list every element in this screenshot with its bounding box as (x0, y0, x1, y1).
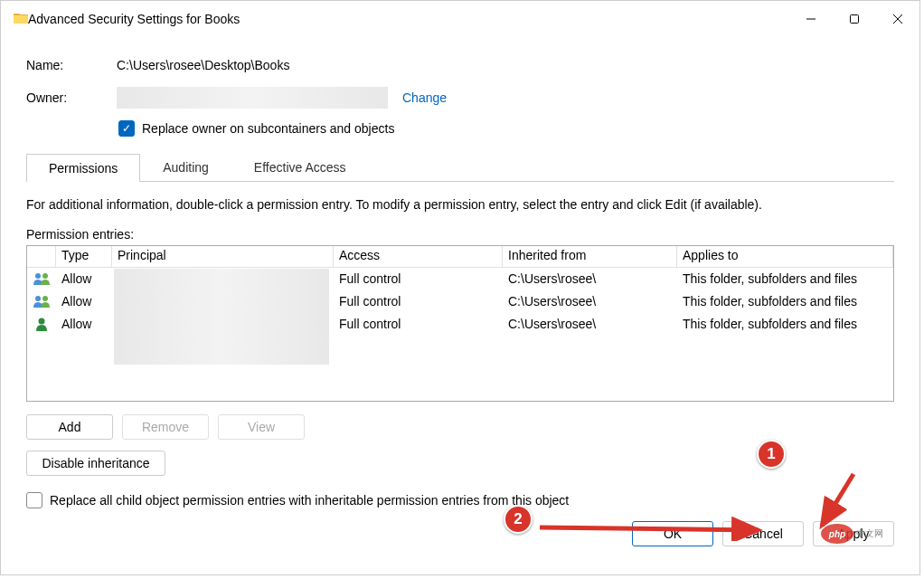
titlebar: Advanced Security Settings for Books (1, 1, 919, 37)
tab-effective-access[interactable]: Effective Access (231, 153, 369, 181)
svg-point-6 (35, 296, 41, 301)
replace-all-label: Replace all child object permission entr… (50, 493, 569, 508)
annotation-arrow-2 (533, 514, 777, 541)
svg-point-8 (39, 318, 45, 325)
maximize-button[interactable] (833, 1, 876, 37)
window-title: Advanced Security Settings for Books (28, 12, 789, 26)
col-inherited[interactable]: Inherited from (503, 246, 677, 268)
svg-point-7 (42, 296, 48, 301)
change-owner-link[interactable]: Change (402, 90, 447, 105)
tab-auditing[interactable]: Auditing (140, 153, 231, 181)
owner-value (117, 87, 388, 109)
permissions-table: Type Principal Access Inherited from App… (26, 245, 894, 402)
svg-line-10 (540, 527, 759, 530)
owner-label: Owner: (26, 90, 117, 105)
col-type[interactable]: Type (56, 246, 112, 268)
minimize-button[interactable] (789, 1, 833, 37)
replace-owner-label: Replace owner on subcontainers and objec… (142, 121, 394, 136)
principal-blur (114, 269, 329, 365)
col-principal[interactable]: Principal (112, 246, 334, 268)
replace-all-checkbox[interactable]: ✓ (26, 492, 42, 508)
name-label: Name: (26, 58, 117, 72)
folder-icon (14, 12, 28, 27)
svg-point-5 (42, 273, 48, 279)
entries-label: Permission entries: (26, 227, 894, 242)
add-button[interactable]: Add (26, 414, 113, 440)
col-access[interactable]: Access (334, 246, 503, 268)
view-button[interactable]: View (218, 414, 305, 440)
name-value: C:\Users\rosee\Desktop\Books (117, 58, 289, 72)
close-button[interactable] (876, 1, 919, 37)
tab-permissions[interactable]: Permissions (26, 154, 140, 182)
disable-inheritance-button[interactable]: Disable inheritance (26, 451, 165, 476)
annotation-badge-1: 1 (757, 440, 786, 469)
remove-button[interactable]: Remove (122, 414, 209, 440)
annotation-badge-2: 2 (504, 505, 533, 534)
svg-rect-1 (851, 15, 859, 24)
annotation-arrow-1 (768, 467, 876, 539)
col-applies[interactable]: Applies to (677, 246, 893, 268)
people-icon (27, 270, 56, 288)
people-icon (27, 292, 56, 310)
svg-point-4 (35, 273, 41, 279)
info-text: For additional information, double-click… (26, 196, 894, 214)
person-icon (27, 315, 56, 333)
replace-owner-checkbox[interactable]: ✓ (118, 120, 135, 137)
svg-line-9 (822, 474, 853, 526)
